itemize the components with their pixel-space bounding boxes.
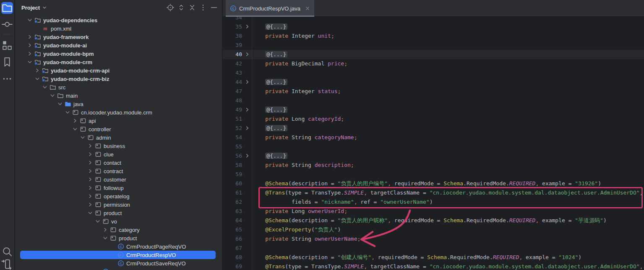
tree-item-yudao-module-crm-biz[interactable]: yudao-module-crm-biz — [15, 75, 222, 83]
tree-item-yudao-module-ai[interactable]: yudao-module-ai — [15, 41, 222, 49]
tree-item-CrmProductRespVO[interactable]: CCrmProductRespVO — [15, 251, 222, 259]
tree-item-permission[interactable]: permission — [15, 200, 222, 209]
chevron-right-icon[interactable] — [87, 168, 94, 174]
tree-item-product[interactable]: product — [15, 209, 222, 217]
code-line-61[interactable]: 61 @Trans(type = TransType.SIMPLE, targe… — [223, 188, 644, 197]
toolbar-button-options[interactable] — [199, 3, 207, 12]
tree-item-controller[interactable]: controller — [15, 125, 222, 133]
tree-item-vo[interactable]: vo — [15, 217, 222, 226]
code-line-39[interactable]: 39 — [223, 41, 644, 50]
tree-item-cn.iocoder.yudao.module.crm[interactable]: cn.iocoder.yudao.module.crm — [15, 108, 222, 117]
code-line-52[interactable]: 52 @{...} — [223, 124, 644, 133]
tree-item-yudao-module-bpm[interactable]: yudao-module-bpm — [15, 49, 222, 58]
code-line-38[interactable]: 38 private Integer unit; — [223, 31, 644, 41]
code-line-40[interactable]: 40 @{...} — [223, 50, 644, 59]
chevron-right-icon[interactable] — [72, 117, 78, 124]
code-line-42[interactable]: 42 private BigDecimal price; — [223, 59, 644, 68]
tree-item-java[interactable]: java — [15, 100, 222, 108]
activity-button-tool-panel[interactable] — [1, 258, 13, 270]
chevron-down-icon[interactable] — [102, 235, 109, 241]
code-line-67[interactable]: 67 — [223, 244, 644, 253]
toolbar-button-hide[interactable] — [210, 3, 218, 12]
code-line-47[interactable]: 47 private Integer status; — [223, 87, 644, 96]
editor-tab[interactable]: C CrmProductRespVO.java — [226, 0, 314, 17]
chevron-right-icon[interactable] — [26, 50, 33, 57]
tree-item-contract[interactable]: contract — [15, 167, 222, 175]
code-line-44[interactable]: 44 @{...} — [223, 78, 644, 87]
tree-item-followup[interactable]: followup — [15, 184, 222, 192]
chevron-right-icon[interactable] — [87, 151, 94, 158]
tree-item-operatelog[interactable]: operatelog — [15, 192, 222, 200]
activity-button-structure[interactable] — [1, 39, 13, 51]
close-icon[interactable] — [305, 5, 310, 11]
code-line-63[interactable]: 63 private Long ownerUserId; — [223, 207, 644, 216]
code-area[interactable]: 3435 @{...}38 private Integer unit;3940 … — [223, 0, 644, 270]
chevron-right-icon[interactable] — [26, 42, 33, 49]
activity-button-bookmarks[interactable] — [1, 56, 13, 68]
code-line-69[interactable]: 69 @Trans(type = TransType.SIMPLE, targe… — [223, 262, 644, 270]
tree-item-yudao-module-crm-api[interactable]: yudao-module-crm-api — [15, 66, 222, 75]
tree-item-business[interactable]: business — [15, 142, 222, 150]
chevron-down-icon[interactable] — [26, 59, 33, 65]
toolbar-button-expand-all[interactable] — [177, 3, 185, 12]
code-line-51[interactable]: 51 private Long categoryId; — [223, 114, 644, 124]
chevron-right-icon[interactable] — [102, 226, 109, 233]
code-line-62[interactable]: 62 fields = "nickname", ref = "ownerUser… — [223, 197, 644, 207]
code-line-43[interactable]: 43 — [223, 68, 644, 78]
code-line-54[interactable]: 54 private String categoryName; — [223, 133, 644, 142]
project-panel-title[interactable]: Project — [21, 5, 47, 11]
activity-button-search[interactable] — [1, 246, 13, 257]
code-line-60[interactable]: 60 @Schema(description = "负责人的用户编号", req… — [223, 179, 644, 188]
code-line-48[interactable]: 48 — [223, 96, 644, 105]
activity-button-project[interactable] — [1, 2, 13, 14]
chevron-right-icon[interactable] — [87, 184, 94, 191]
tree-item-yudao-dependencies[interactable]: yudao-dependencies — [15, 16, 222, 24]
chevron-down-icon[interactable] — [79, 134, 86, 141]
chevron-down-icon[interactable] — [94, 218, 101, 225]
toolbar-button-locate-file[interactable] — [166, 3, 175, 12]
code-line-56[interactable]: 56 @{...} — [223, 151, 644, 161]
tree-item-pom.xml[interactable]: mpom.xml — [15, 24, 222, 33]
chevron-right-icon[interactable] — [34, 67, 41, 74]
chevron-down-icon[interactable] — [34, 75, 41, 82]
chevron-right-icon[interactable] — [26, 34, 33, 40]
code-line-59[interactable]: 59 — [223, 170, 644, 179]
code-line-68[interactable]: 68 @Schema(description = "创建人编号", requir… — [223, 253, 644, 262]
tree-item-api[interactable]: api — [15, 117, 222, 125]
tree-item-yudao-module-crm[interactable]: yudao-module-crm — [15, 58, 222, 66]
chevron-right-icon[interactable] — [87, 176, 94, 183]
tree-item-product[interactable]: product — [15, 234, 222, 242]
tree-item[interactable]: C — [15, 267, 222, 270]
chevron-right-icon[interactable] — [87, 201, 94, 208]
code-line-55[interactable]: 55 — [223, 142, 644, 151]
code-line-58[interactable]: 58 private String description; — [223, 161, 644, 170]
chevron-down-icon[interactable] — [64, 109, 71, 116]
tree-item-yudao-framework[interactable]: yudao-framework — [15, 33, 222, 41]
code-line-64[interactable]: 64 @Schema(description = "负责人的用户昵称", req… — [223, 216, 644, 225]
chevron-down-icon[interactable] — [72, 126, 78, 132]
chevron-down-icon[interactable] — [57, 101, 63, 107]
tree-item-main[interactable]: main — [15, 91, 222, 100]
tree-item-src[interactable]: src — [15, 83, 222, 91]
chevron-down-icon[interactable] — [87, 210, 94, 216]
tree-item-CrmProductSaveReqVO[interactable]: CCrmProductSaveReqVO — [15, 259, 222, 267]
tree-item-category[interactable]: category — [15, 226, 222, 234]
chevron-down-icon[interactable] — [49, 92, 56, 99]
chevron-down-icon[interactable] — [42, 84, 48, 91]
chevron-right-icon[interactable] — [87, 193, 94, 200]
tree-item-admin[interactable]: admin — [15, 133, 222, 142]
tree-item-contact[interactable]: contact — [15, 158, 222, 167]
code-line-49[interactable]: 49 @{...} — [223, 105, 644, 114]
tree-item-customer[interactable]: customer — [15, 175, 222, 184]
toolbar-button-collapse-all[interactable] — [188, 3, 196, 12]
tree-item-CrmProductPageReqVO[interactable]: CCrmProductPageReqVO — [15, 242, 222, 251]
chevron-right-icon[interactable] — [87, 143, 94, 149]
chevron-right-icon[interactable] — [87, 159, 94, 166]
code-line-35[interactable]: 35 @{...} — [223, 22, 644, 31]
code-line-66[interactable]: 66 private String ownerUserName; — [223, 234, 644, 244]
activity-button-more-tools[interactable] — [1, 73, 13, 85]
code-line-65[interactable]: 65 @ExcelProperty("负责人") — [223, 225, 644, 234]
activity-button-commit[interactable] — [1, 18, 13, 30]
tree-item-clue[interactable]: clue — [15, 150, 222, 158]
chevron-down-icon[interactable] — [26, 17, 33, 23]
